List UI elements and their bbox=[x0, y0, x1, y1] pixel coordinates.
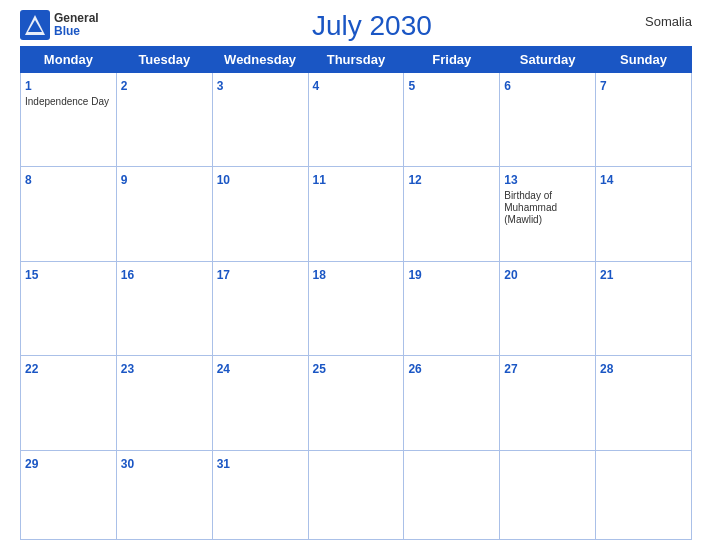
calendar-week-row: 15161718192021 bbox=[21, 261, 692, 355]
col-header-sunday: Sunday bbox=[596, 47, 692, 73]
day-number: 12 bbox=[408, 173, 421, 187]
calendar-week-row: 8910111213Birthday of Muhammad (Mawlid)1… bbox=[21, 167, 692, 261]
day-number: 27 bbox=[504, 362, 517, 376]
col-header-thursday: Thursday bbox=[308, 47, 404, 73]
calendar-cell: 22 bbox=[21, 356, 117, 450]
day-number: 26 bbox=[408, 362, 421, 376]
calendar-cell: 24 bbox=[212, 356, 308, 450]
calendar-week-row: 293031 bbox=[21, 450, 692, 539]
col-header-saturday: Saturday bbox=[500, 47, 596, 73]
page-header: General Blue July 2030 Somalia bbox=[20, 10, 692, 42]
calendar-cell: 27 bbox=[500, 356, 596, 450]
day-number: 16 bbox=[121, 268, 134, 282]
day-number: 6 bbox=[504, 79, 511, 93]
calendar-cell: 10 bbox=[212, 167, 308, 261]
day-number: 10 bbox=[217, 173, 230, 187]
day-number: 2 bbox=[121, 79, 128, 93]
day-number: 20 bbox=[504, 268, 517, 282]
calendar-cell: 12 bbox=[404, 167, 500, 261]
country-label: Somalia bbox=[645, 10, 692, 29]
logo-icon bbox=[20, 10, 50, 40]
col-header-tuesday: Tuesday bbox=[116, 47, 212, 73]
day-number: 28 bbox=[600, 362, 613, 376]
calendar-cell: 14 bbox=[596, 167, 692, 261]
calendar-cell bbox=[308, 450, 404, 539]
calendar-cell: 30 bbox=[116, 450, 212, 539]
calendar-cell: 2 bbox=[116, 73, 212, 167]
calendar-cell: 7 bbox=[596, 73, 692, 167]
calendar-cell: 17 bbox=[212, 261, 308, 355]
calendar-cell: 18 bbox=[308, 261, 404, 355]
day-number: 19 bbox=[408, 268, 421, 282]
day-number: 24 bbox=[217, 362, 230, 376]
calendar-cell bbox=[596, 450, 692, 539]
calendar-cell: 3 bbox=[212, 73, 308, 167]
calendar-cell: 9 bbox=[116, 167, 212, 261]
day-number: 7 bbox=[600, 79, 607, 93]
calendar-cell: 20 bbox=[500, 261, 596, 355]
calendar-cell: 25 bbox=[308, 356, 404, 450]
calendar-cell: 28 bbox=[596, 356, 692, 450]
calendar-cell: 26 bbox=[404, 356, 500, 450]
day-number: 23 bbox=[121, 362, 134, 376]
calendar-week-row: 1Independence Day234567 bbox=[21, 73, 692, 167]
day-number: 8 bbox=[25, 173, 32, 187]
day-number: 11 bbox=[313, 173, 326, 187]
col-header-monday: Monday bbox=[21, 47, 117, 73]
day-number: 3 bbox=[217, 79, 224, 93]
calendar-cell: 1Independence Day bbox=[21, 73, 117, 167]
calendar-cell bbox=[500, 450, 596, 539]
day-number: 17 bbox=[217, 268, 230, 282]
calendar-cell: 15 bbox=[21, 261, 117, 355]
calendar-cell: 4 bbox=[308, 73, 404, 167]
col-header-wednesday: Wednesday bbox=[212, 47, 308, 73]
day-number: 25 bbox=[313, 362, 326, 376]
day-number: 21 bbox=[600, 268, 613, 282]
logo-text: General Blue bbox=[54, 12, 99, 38]
calendar-header-row: MondayTuesdayWednesdayThursdayFridaySatu… bbox=[21, 47, 692, 73]
calendar-cell: 31 bbox=[212, 450, 308, 539]
logo-blue: Blue bbox=[54, 25, 99, 38]
calendar-cell: 13Birthday of Muhammad (Mawlid) bbox=[500, 167, 596, 261]
calendar-cell: 29 bbox=[21, 450, 117, 539]
calendar-week-row: 22232425262728 bbox=[21, 356, 692, 450]
calendar-cell bbox=[404, 450, 500, 539]
day-number: 29 bbox=[25, 457, 38, 471]
day-number: 13 bbox=[504, 173, 517, 187]
calendar-cell: 23 bbox=[116, 356, 212, 450]
day-number: 1 bbox=[25, 79, 32, 93]
calendar-cell: 6 bbox=[500, 73, 596, 167]
holiday-label: Independence Day bbox=[25, 96, 112, 108]
day-number: 31 bbox=[217, 457, 230, 471]
calendar-cell: 8 bbox=[21, 167, 117, 261]
holiday-label: Birthday of Muhammad (Mawlid) bbox=[504, 190, 591, 226]
day-number: 5 bbox=[408, 79, 415, 93]
day-number: 15 bbox=[25, 268, 38, 282]
day-number: 22 bbox=[25, 362, 38, 376]
calendar-cell: 21 bbox=[596, 261, 692, 355]
calendar-table: MondayTuesdayWednesdayThursdayFridaySatu… bbox=[20, 46, 692, 540]
col-header-friday: Friday bbox=[404, 47, 500, 73]
calendar-cell: 16 bbox=[116, 261, 212, 355]
day-number: 30 bbox=[121, 457, 134, 471]
calendar-cell: 19 bbox=[404, 261, 500, 355]
day-number: 4 bbox=[313, 79, 320, 93]
calendar-cell: 5 bbox=[404, 73, 500, 167]
day-number: 18 bbox=[313, 268, 326, 282]
day-number: 14 bbox=[600, 173, 613, 187]
logo: General Blue bbox=[20, 10, 99, 40]
calendar-cell: 11 bbox=[308, 167, 404, 261]
day-number: 9 bbox=[121, 173, 128, 187]
calendar-title: July 2030 bbox=[312, 10, 432, 42]
